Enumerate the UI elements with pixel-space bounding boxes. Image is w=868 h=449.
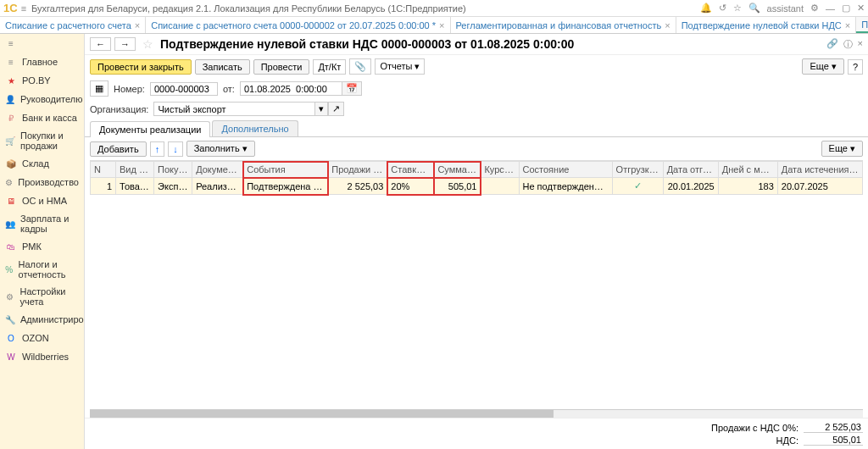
- sidebar-label: ОС и НМА: [22, 196, 67, 206]
- sidebar-label: PO.BY: [22, 75, 51, 86]
- sidebar-toggle[interactable]: ≡: [0, 34, 84, 53]
- column-header[interactable]: N: [91, 162, 116, 178]
- fill-button[interactable]: Заполнить ▾: [186, 141, 255, 157]
- star-icon[interactable]: ☆: [733, 3, 742, 14]
- forward-button[interactable]: →: [114, 37, 136, 51]
- column-header[interactable]: Вид це...: [116, 162, 154, 178]
- sidebar-item-14[interactable]: WWildberries: [0, 347, 84, 366]
- add-row-button[interactable]: Добавить: [90, 141, 147, 157]
- sidebar-label: Банк и касса: [22, 113, 77, 123]
- subtab-additional[interactable]: Дополнительно: [212, 120, 298, 136]
- settings-icon[interactable]: ⚙: [810, 3, 819, 14]
- sidebar-label: Wildberries: [22, 352, 69, 362]
- sidebar-item-0[interactable]: ≡Главное: [0, 53, 84, 71]
- tab-1[interactable]: Списание с расчетного счета 0000-000002 …: [146, 17, 450, 33]
- open-icon[interactable]: ↗: [328, 102, 344, 116]
- post-and-close-button[interactable]: Провести и закрыть: [90, 59, 192, 75]
- table-more-button[interactable]: Еще ▾: [821, 141, 863, 157]
- dt-kt-button[interactable]: Дт/Кт: [313, 59, 346, 75]
- column-header[interactable]: Отгрузка в ЕАЭС: [612, 162, 663, 178]
- sidebar-label: Склад: [22, 158, 49, 169]
- close-icon[interactable]: ✕: [857, 3, 865, 14]
- search-icon[interactable]: 🔍: [748, 3, 760, 14]
- column-header[interactable]: Дней с момента...: [718, 162, 777, 178]
- sidebar-item-3[interactable]: ₽Банк и касса: [0, 108, 84, 127]
- sidebar-item-7[interactable]: 🖥ОС и НМА: [0, 191, 84, 210]
- sidebar-item-1[interactable]: ★PO.BY: [0, 71, 84, 90]
- sidebar-item-4[interactable]: 🛒Покупки и продажи: [0, 127, 84, 154]
- user-label: assistant: [767, 3, 804, 14]
- sidebar-icon: W: [5, 351, 17, 363]
- help-icon[interactable]: ⓘ: [843, 38, 853, 51]
- sidebar-item-6[interactable]: ⚙Производство: [0, 173, 84, 191]
- from-label: от:: [223, 84, 235, 94]
- move-down-button[interactable]: ↓: [168, 141, 183, 157]
- sidebar-item-10[interactable]: %Налоги и отчетность: [0, 256, 84, 283]
- dropdown-icon[interactable]: ▾: [314, 102, 328, 116]
- help-button[interactable]: ?: [848, 59, 863, 75]
- sidebar-item-2[interactable]: 👤Руководителю: [0, 90, 84, 108]
- column-header[interactable]: Покупа...: [154, 162, 192, 178]
- tab-2[interactable]: Регламентированная и финансовая отчетнос…: [451, 17, 676, 33]
- column-header[interactable]: Документ ре...: [192, 162, 243, 178]
- sidebar-label: Налоги и отчетность: [19, 259, 79, 280]
- org-input[interactable]: [153, 102, 314, 116]
- link-icon[interactable]: 🔗: [826, 38, 838, 51]
- sidebar-icon: 👤: [5, 93, 15, 105]
- more-button[interactable]: Еще ▾: [802, 58, 843, 75]
- column-header[interactable]: Ставка НДС: [387, 162, 434, 178]
- realization-table[interactable]: NВид це...Покупа...Документ ре...События…: [90, 161, 863, 195]
- column-header[interactable]: Курсова...: [481, 162, 519, 178]
- date-input[interactable]: [240, 81, 342, 96]
- tab-4[interactable]: Подтверждение нулевой ставки НДС 0000-00…: [856, 17, 868, 33]
- subtab-docs[interactable]: Документы реализации: [90, 121, 210, 137]
- close-icon[interactable]: ×: [135, 20, 140, 30]
- number-input[interactable]: [150, 82, 218, 96]
- move-up-button[interactable]: ↑: [150, 141, 165, 157]
- window-title: Бухгалтерия для Беларуси, редакция 2.1. …: [31, 3, 700, 14]
- calendar-icon[interactable]: 📅: [342, 81, 362, 96]
- horizontal-scrollbar[interactable]: [90, 409, 863, 418]
- sidebar-item-11[interactable]: ⚙Настройки учета: [0, 283, 84, 310]
- tab-3[interactable]: Подтверждение нулевой ставки НДС×: [676, 17, 857, 33]
- bell-icon[interactable]: 🔔: [700, 3, 712, 14]
- vat-cell[interactable]: 505,01: [434, 178, 481, 195]
- post-button[interactable]: Провести: [253, 59, 310, 75]
- close-doc-icon[interactable]: ×: [858, 38, 863, 51]
- column-header[interactable]: События: [243, 162, 328, 178]
- back-button[interactable]: ←: [90, 37, 111, 51]
- favorite-icon[interactable]: ☆: [142, 37, 153, 51]
- main-menu-icon[interactable]: ≡: [21, 3, 26, 14]
- history-icon[interactable]: ↺: [719, 3, 726, 14]
- sidebar-item-12[interactable]: 🔧Администрирование: [0, 310, 84, 329]
- sidebar-item-13[interactable]: OOZON: [0, 329, 84, 347]
- maximize-icon[interactable]: ▢: [842, 3, 850, 14]
- minimize-icon[interactable]: —: [826, 3, 835, 14]
- column-header[interactable]: Сумма НДС: [434, 162, 481, 178]
- barcode-button[interactable]: ▦: [90, 80, 108, 97]
- table-row[interactable]: 1 Товары Экспорт Реализация ... Подтверж…: [91, 178, 863, 195]
- close-icon[interactable]: ×: [665, 20, 670, 30]
- checkbox-cell[interactable]: ✓: [612, 178, 663, 195]
- number-label: Номер:: [114, 84, 145, 94]
- sidebar-item-9[interactable]: 🛍РМК: [0, 237, 84, 256]
- rate-cell[interactable]: 20%: [387, 178, 434, 195]
- column-header[interactable]: Дата отгрузки: [663, 162, 718, 178]
- write-button[interactable]: Записать: [195, 59, 250, 75]
- sidebar-item-8[interactable]: 👥Зарплата и кадры: [0, 210, 84, 237]
- attach-button[interactable]: 📎: [349, 58, 371, 75]
- tab-0[interactable]: Списание с расчетного счета×: [0, 17, 146, 33]
- close-icon[interactable]: ×: [439, 20, 444, 30]
- sidebar-label: Зарплата и кадры: [20, 213, 79, 234]
- column-header[interactable]: Дата истечения срока 180 д...: [777, 162, 862, 178]
- sidebar-icon: ⚙: [5, 176, 13, 188]
- sidebar-icon: 🖥: [5, 195, 17, 207]
- sidebar-icon: ⚙: [5, 291, 14, 302]
- sidebar-icon: ≡: [5, 56, 17, 68]
- column-header[interactable]: Состояние: [519, 162, 612, 178]
- reports-button[interactable]: Отчеты ▾: [375, 58, 425, 75]
- close-icon[interactable]: ×: [845, 20, 850, 30]
- column-header[interactable]: Продажи с НДС 0%: [328, 162, 387, 178]
- event-cell[interactable]: Подтверждена ставка 0%: [243, 178, 328, 195]
- sidebar-item-5[interactable]: 📦Склад: [0, 154, 84, 173]
